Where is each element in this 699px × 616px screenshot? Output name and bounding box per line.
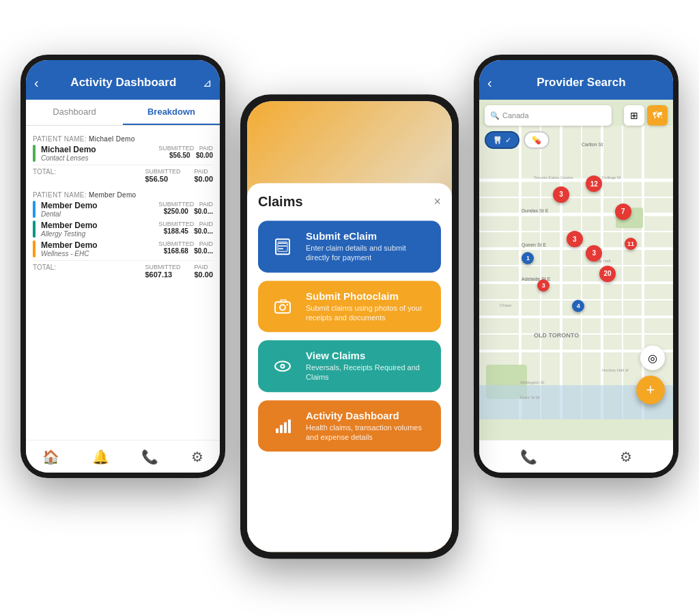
map-view-btn[interactable]: 🗺 [647, 105, 668, 126]
chip-dental[interactable]: 🦷 ✓ [485, 131, 519, 149]
phone-left-inner: ‹ Activity Dashboard ⊿ Dashboard Breakdo… [26, 60, 220, 473]
claim-info-1: Michael Demo Contact Lenses [41, 145, 158, 162]
svg-text:Carlton St: Carlton St [582, 142, 603, 147]
patient-label-1: PATIENT NAME: Michael Demo [33, 135, 213, 143]
modal-title: Claims [258, 194, 303, 210]
dashboard-content: PATIENT NAME: Michael Demo Michael Demo … [26, 126, 220, 437]
claim-item-3: Member Demo Allergy Testing SUBMITTED PA… [33, 221, 213, 238]
activity-dashboard-button[interactable]: Activity Dashboard Health claims, transa… [258, 400, 441, 452]
view-claims-icon [269, 352, 296, 380]
claim-item-2: Member Demo Dental SUBMITTED PAID $250.0… [33, 201, 213, 218]
claim-bar-green [33, 145, 35, 162]
claim-sub-4: Wellness - EHC [41, 250, 158, 257]
svg-text:Chase: Chase [500, 303, 512, 307]
svg-rect-48 [288, 419, 291, 433]
svg-text:Queen St E: Queen St E [522, 242, 547, 248]
total-row-1: TOTAL: SUBMITTED $56.50 PAID $0.00 [33, 165, 213, 186]
submit-eclaim-button[interactable]: Submit eClaim Enter claim details and su… [258, 221, 441, 272]
nav-phone-left[interactable]: 📞 [141, 449, 158, 465]
claim-sub-3: Allergy Testing [41, 230, 158, 238]
claim-name-4: Member Demo [41, 240, 158, 250]
filter-chips: 🦷 ✓ 💊 [485, 131, 550, 149]
activity-dashboard-desc: Health claims, transaction volumes and e… [306, 423, 430, 443]
svg-text:Front St W: Front St W [520, 395, 540, 400]
claim-amounts-1: SUBMITTED PAID $56.50 $0.00 [158, 145, 213, 162]
marker-4[interactable]: 3 [567, 231, 583, 247]
nav-phone-right[interactable]: 📞 [520, 449, 537, 465]
modal-close-button[interactable]: × [433, 195, 441, 209]
marker-1[interactable]: 3 [553, 186, 569, 203]
phone-right-inner: ‹ Provider Search [479, 60, 673, 473]
grid-view-btn[interactable]: ⊞ [624, 105, 644, 126]
phone-right: ‹ Provider Search [474, 55, 679, 478]
svg-text:Hockey Hall of: Hockey Hall of [602, 368, 629, 372]
fab-button[interactable]: + [636, 376, 665, 404]
nav-settings-right[interactable]: ⚙ [620, 449, 632, 465]
claim-amounts-2: SUBMITTED PAID $250.00 $0.0... [158, 201, 213, 218]
activity-dashboard-title: Activity Dashboard [306, 410, 430, 421]
scene: ‹ Activity Dashboard ⊿ Dashboard Breakdo… [0, 0, 699, 616]
search-icon-map: 🔍 [490, 111, 500, 120]
tab-breakdown[interactable]: Breakdown [123, 100, 220, 125]
modal-header: Claims × [258, 194, 441, 210]
nav-notifications[interactable]: 🔔 [92, 449, 109, 465]
chip-pharmacy[interactable]: 💊 [524, 131, 550, 149]
map-search-text: Canada [502, 111, 529, 120]
claim-name-2: Member Demo [41, 201, 158, 210]
eclaim-text: Submit eClaim Enter claim details and su… [306, 230, 430, 263]
map-search-bar[interactable]: 🔍 Canada [485, 105, 612, 126]
tooth-icon: 🦷 [493, 136, 502, 145]
phone-center: Claims × Submit [240, 94, 459, 559]
svg-text:College M: College M [602, 176, 620, 180]
claim-sub-1: Contact Lenses [41, 154, 158, 162]
back-button-right[interactable]: ‹ [487, 75, 492, 91]
svg-rect-46 [280, 425, 283, 433]
photoclaim-text: Submit Photoclaim Submit claims using ph… [306, 290, 430, 323]
claim-name-3: Member Demo [41, 221, 158, 230]
locate-button[interactable]: ◎ [640, 346, 665, 370]
claim-info-3: Member Demo Allergy Testing [41, 221, 158, 238]
nav-settings-left[interactable]: ⚙ [191, 449, 203, 465]
tab-dashboard[interactable]: Dashboard [26, 100, 123, 125]
left-header: ‹ Activity Dashboard ⊿ [26, 66, 220, 100]
eclaim-icon [269, 233, 296, 260]
map-background: Dundas St E Queen St E Adelaide St E OLD… [479, 100, 673, 445]
total-row-2: TOTAL: SUBMITTED $607.13 PAID $0.00 [33, 260, 213, 281]
svg-text:OLD TORONTO: OLD TORONTO [534, 332, 579, 339]
tabs-left: Dashboard Breakdown [26, 100, 220, 126]
svg-text:Wellington St: Wellington St [520, 380, 545, 384]
claim-info-4: Member Demo Wellness - EHC [41, 240, 158, 257]
patient-label-2: PATIENT NAME: Member Demo [33, 191, 213, 199]
claim-bar-orange [33, 240, 35, 257]
eclaim-desc: Enter claim details and submit directly … [306, 243, 430, 263]
svg-text:Toronto Eaton Centre: Toronto Eaton Centre [534, 176, 573, 180]
right-header-title: Provider Search [498, 76, 665, 89]
view-claims-button[interactable]: View Claims Reversals, Receipts Required… [258, 340, 441, 392]
activity-dashboard-icon [269, 412, 296, 440]
submit-photoclaim-button[interactable]: Submit Photoclaim Submit claims using ph… [258, 281, 441, 333]
svg-text:Dundas St E: Dundas St E [522, 208, 549, 213]
marker-5[interactable]: 3 [586, 245, 602, 262]
svg-rect-45 [276, 428, 279, 433]
map-toolbar: ⊞ 🗺 [624, 105, 668, 126]
left-header-title: Activity Dashboard [44, 76, 203, 89]
marker-10[interactable]: 1 [522, 252, 534, 264]
marker-6[interactable]: 20 [599, 266, 616, 282]
bottom-nav-right: 📞 ⚙ [479, 440, 673, 473]
map-container: Dundas St E Queen St E Adelaide St E OLD… [479, 100, 673, 445]
claim-bar-teal [33, 221, 35, 238]
svg-point-41 [287, 304, 288, 305]
view-claims-desc: Reversals, Receipts Required and Claims [306, 363, 430, 382]
photoclaim-title: Submit Photoclaim [306, 290, 430, 302]
svg-rect-47 [284, 422, 287, 433]
claim-item-4: Member Demo Wellness - EHC SUBMITTED PAI… [33, 240, 213, 257]
view-claims-text: View Claims Reversals, Receipts Required… [306, 350, 430, 382]
photoclaim-desc: Submit claims using photos of your recei… [306, 303, 430, 323]
claim-item-1: Michael Demo Contact Lenses SUBMITTED PA… [33, 145, 213, 162]
chip-check: ✓ [505, 136, 511, 145]
nav-home[interactable]: 🏠 [42, 449, 59, 465]
back-button-left[interactable]: ‹ [34, 75, 39, 91]
marker-3[interactable]: 7 [615, 204, 631, 220]
claim-info-2: Member Demo Dental [41, 201, 158, 218]
filter-icon[interactable]: ⊿ [203, 76, 212, 89]
